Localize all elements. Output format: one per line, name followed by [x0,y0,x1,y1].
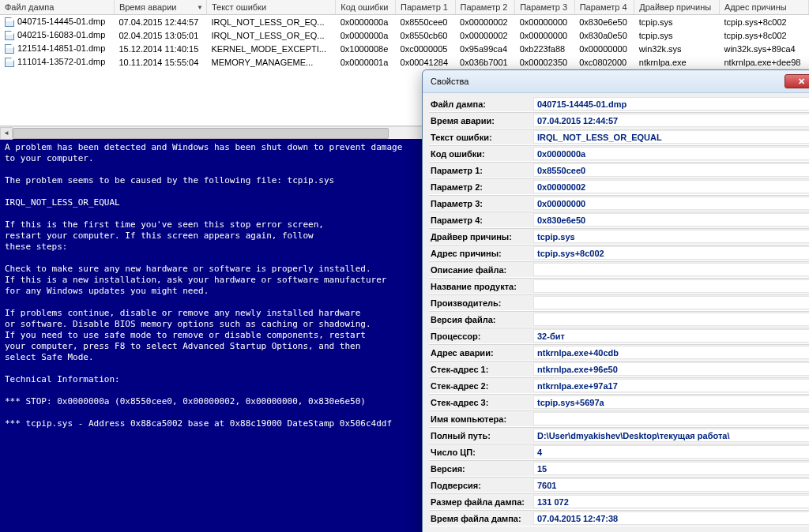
property-label: Версия файла: [429,313,533,326]
property-value[interactable]: 0x00000002 [533,180,809,193]
property-value[interactable]: 32-бит [533,329,809,343]
col-header[interactable]: Параметр 2 [455,0,515,15]
property-label: Драйвер причины: [429,230,533,243]
table-row[interactable]: 040715-14445-01.dmp07.04.2015 12:44:57IR… [0,15,809,29]
property-row: Адрес аварии:ntkrnlpa.exe+40cdb [429,344,809,361]
col-header[interactable]: Параметр 3 [515,0,575,15]
property-row: Стек-адрес 2:ntkrnlpa.exe+97a17 [429,377,809,394]
property-value[interactable] [533,296,809,309]
property-label: Время файла дампа: [429,512,533,525]
property-value[interactable]: 0x8550cee0 [533,163,809,177]
property-row: Код ошибки:0x0000000a [429,145,809,162]
table-cell: 0x00000000 [574,42,634,55]
table-row[interactable]: 111014-13572-01.dmp10.11.2014 15:55:04ME… [0,55,809,69]
property-row: Производитель: [429,294,809,311]
property-row: Время файла дампа:07.04.2015 12:47:38 [429,510,809,526]
property-value[interactable]: 7601 [533,478,809,492]
property-label: Код ошибки: [429,148,533,160]
property-label: Производитель: [429,297,533,309]
property-value[interactable]: 4 [533,445,809,459]
property-value[interactable]: tcpip.sys+5697a [533,395,809,409]
table-cell: 0x00041284 [396,55,456,69]
dialog-titlebar[interactable]: Свойства ✕ [423,70,809,93]
table-cell: IRQL_NOT_LESS_OR_EQ... [206,15,335,29]
table-cell: 0x8550cb60 [396,28,456,42]
property-row: Параметр 1:0x8550cee0 [429,162,809,178]
table-cell: win32k.sys [634,42,720,55]
property-label: Параметр 2: [429,181,533,193]
property-value[interactable]: 0x00000000 [533,197,809,210]
property-row: Подверсия:7601 [429,477,809,493]
scroll-thumb[interactable] [13,128,389,139]
table-cell: 0x00000002 [455,28,515,42]
col-header[interactable]: Параметр 1 [396,0,456,15]
col-header[interactable]: Текст ошибки [206,0,335,15]
property-label: Полный путь: [429,429,533,442]
property-row: Полный путь:D:\User\dmyakishev\Desktop\т… [429,427,809,444]
property-value[interactable] [533,279,809,293]
property-row: Название продукта: [429,278,809,294]
col-header[interactable]: Драйвер причины [634,0,720,15]
table-cell: 0x0000000a [336,15,396,29]
table-cell: IRQL_NOT_LESS_OR_EQ... [206,28,335,42]
col-header[interactable]: Время аварии▼ [114,0,206,15]
dump-file-icon [5,17,14,27]
table-cell: 0x8550cee0 [396,15,456,29]
property-label: Размер файла дампа: [429,496,533,508]
col-header[interactable]: Адрес причины [719,0,808,15]
property-value[interactable]: 131 072 [533,495,809,508]
property-label: Адрес аварии: [429,347,533,359]
table-cell: 0x1000008e [336,42,396,55]
property-label: Описание файла: [429,264,533,276]
property-value[interactable]: 0x0000000a [533,147,809,160]
table-cell: 0xc0802000 [574,55,634,69]
property-label: Стек-адрес 2: [429,380,533,392]
property-row: Файл дампа:040715-14445-01.dmp [429,96,809,112]
property-value[interactable]: ntkrnlpa.exe+96e50 [533,362,809,376]
property-label: Адрес причины: [429,247,533,260]
table-cell: KERNEL_MODE_EXCEPTI... [206,42,335,55]
table-cell: 0x95a99ca4 [455,42,515,55]
table-cell: 111014-13572-01.dmp [0,55,114,69]
property-value[interactable]: IRQL_NOT_LESS_OR_EQUAL [533,130,809,144]
property-value[interactable]: 07.04.2015 12:44:57 [533,114,809,127]
table-cell: 0x00000002 [455,15,515,29]
col-header[interactable]: Код ошибки [336,0,396,15]
property-value[interactable]: D:\User\dmyakishev\Desktop\текущая работ… [533,429,809,442]
property-row: Время аварии:07.04.2015 12:44:57 [429,112,809,129]
scroll-left-arrow-icon[interactable]: ◄ [0,127,13,140]
dump-file-icon [5,44,14,54]
table-row[interactable]: 121514-14851-01.dmp15.12.2014 11:40:15KE… [0,42,809,55]
table-cell: win32k.sys+89ca4 [719,42,808,55]
property-value[interactable]: ntkrnlpa.exe+40cdb [533,346,809,359]
col-header[interactable]: Файл дампа [0,0,114,15]
property-value[interactable]: 040715-14445-01.dmp [533,97,809,111]
table-row[interactable]: 040215-16083-01.dmp02.04.2015 13:05:01IR… [0,28,809,42]
property-value[interactable]: tcpip.sys [533,230,809,243]
property-row: Размер файла дампа:131 072 [429,493,809,510]
close-icon: ✕ [798,77,805,87]
property-label: Текст ошибки: [429,131,533,144]
property-value[interactable]: 15 [533,462,809,475]
property-value[interactable]: 0x830e6e50 [533,213,809,227]
property-value[interactable]: tcpip.sys+8c002 [533,246,809,260]
table-cell: 0x830e6e50 [574,15,634,29]
table-cell: 040715-14445-01.dmp [0,15,114,29]
property-value[interactable]: 07.04.2015 12:47:38 [533,511,809,525]
dialog-body: Файл дампа:040715-14445-01.dmpВремя авар… [423,93,809,532]
property-value[interactable] [533,263,809,276]
property-row: Драйвер причины:tcpip.sys [429,228,809,245]
table-cell: 0x00000000 [515,28,575,42]
property-row: Процессор:32-бит [429,328,809,344]
table-cell: 121514-14851-01.dmp [0,42,114,55]
property-row: Адрес причины:tcpip.sys+8c002 [429,245,809,261]
property-label: Название продукта: [429,280,533,293]
property-value[interactable] [533,313,809,326]
property-label: Имя компьютера: [429,413,533,425]
property-value[interactable]: ntkrnlpa.exe+97a17 [533,379,809,392]
col-header[interactable]: Параметр 4 [574,0,634,15]
property-label: Процессор: [429,330,533,343]
close-button[interactable]: ✕ [785,74,809,88]
property-value[interactable] [533,412,809,425]
table-cell: 0x00000000 [515,15,575,29]
